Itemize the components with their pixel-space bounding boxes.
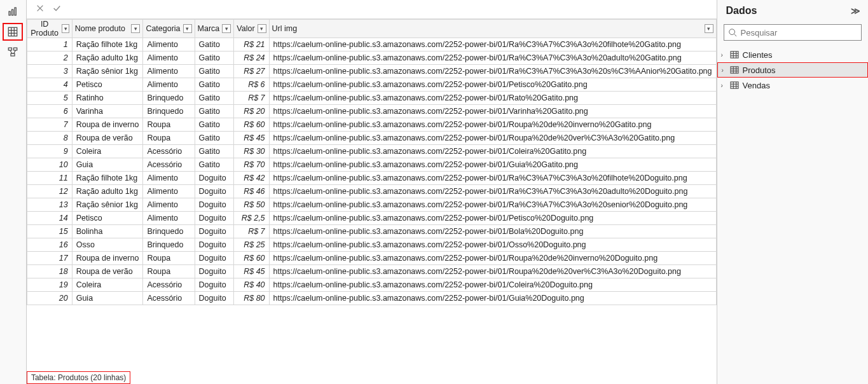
cell-id[interactable]: 9: [27, 145, 72, 158]
cell-valor[interactable]: R$ 27: [234, 65, 269, 78]
cell-id[interactable]: 3: [27, 65, 72, 78]
cell-url[interactable]: https://caelum-online-public.s3.amazonaw…: [269, 198, 716, 212]
cell-nome[interactable]: Osso: [72, 238, 143, 252]
cell-marca[interactable]: Doguito: [195, 238, 234, 252]
cell-marca[interactable]: Doguito: [195, 225, 234, 238]
cell-cat[interactable]: Alimento: [143, 51, 195, 65]
cell-url[interactable]: https://caelum-online-public.s3.amazonaw…: [269, 252, 716, 265]
table-row[interactable]: 8Roupa de verãoRoupaGatitoR$ 45https://c…: [27, 132, 716, 145]
cell-valor[interactable]: R$ 70: [234, 158, 269, 172]
cell-id[interactable]: 6: [27, 105, 72, 118]
cell-id[interactable]: 1: [27, 38, 72, 51]
cell-cat[interactable]: Brinquedo: [143, 92, 195, 105]
formula-cancel-button[interactable]: [36, 4, 45, 15]
cell-valor[interactable]: R$ 6: [234, 78, 269, 92]
cell-cat[interactable]: Brinquedo: [143, 238, 195, 252]
cell-url[interactable]: https://caelum-online-public.s3.amazonaw…: [269, 145, 716, 158]
data-view-button[interactable]: [3, 23, 23, 41]
table-row[interactable]: 13Ração sênior 1kgAlimentoDoguitoR$ 50ht…: [27, 198, 716, 212]
fields-search-input[interactable]: [741, 28, 857, 38]
cell-cat[interactable]: Alimento: [143, 185, 195, 198]
cell-cat[interactable]: Roupa: [143, 252, 195, 265]
cell-nome[interactable]: Ração sênior 1kg: [72, 65, 143, 78]
table-row[interactable]: 14PetiscoAlimentoDoguitoR$ 2,5https://ca…: [27, 212, 716, 225]
cell-cat[interactable]: Alimento: [143, 198, 195, 212]
cell-marca[interactable]: Gatito: [195, 38, 234, 51]
table-row[interactable]: 20GuiaAcessórioDoguitoR$ 80https://caelu…: [27, 292, 716, 305]
table-row[interactable]: 4PetiscoAlimentoGatitoR$ 6https://caelum…: [27, 78, 716, 92]
cell-id[interactable]: 14: [27, 212, 72, 225]
cell-nome[interactable]: Ratinho: [72, 92, 143, 105]
cell-marca[interactable]: Gatito: [195, 51, 234, 65]
column-filter-dropdown[interactable]: ▾: [258, 24, 266, 33]
cell-cat[interactable]: Alimento: [143, 172, 195, 185]
cell-marca[interactable]: Doguito: [195, 265, 234, 278]
column-filter-dropdown[interactable]: ▾: [131, 24, 140, 33]
cell-url[interactable]: https://caelum-online-public.s3.amazonaw…: [269, 292, 716, 305]
column-filter-dropdown[interactable]: ▾: [183, 24, 192, 33]
cell-url[interactable]: https://caelum-online-public.s3.amazonaw…: [269, 92, 716, 105]
cell-marca[interactable]: Gatito: [195, 118, 234, 132]
column-filter-dropdown[interactable]: ▾: [62, 24, 69, 33]
cell-cat[interactable]: Roupa: [143, 265, 195, 278]
cell-cat[interactable]: Roupa: [143, 132, 195, 145]
cell-valor[interactable]: R$ 7: [234, 225, 269, 238]
cell-url[interactable]: https://caelum-online-public.s3.amazonaw…: [269, 105, 716, 118]
cell-valor[interactable]: R$ 45: [234, 132, 269, 145]
column-header-id[interactable]: ID Produto▾: [27, 20, 72, 38]
cell-id[interactable]: 20: [27, 292, 72, 305]
table-row[interactable]: 3Ração sênior 1kgAlimentoGatitoR$ 27http…: [27, 65, 716, 78]
cell-nome[interactable]: Petisco: [72, 78, 143, 92]
cell-cat[interactable]: Acessório: [143, 158, 195, 172]
cell-valor[interactable]: R$ 2,5: [234, 212, 269, 225]
cell-nome[interactable]: Guia: [72, 158, 143, 172]
cell-url[interactable]: https://caelum-online-public.s3.amazonaw…: [269, 278, 716, 292]
cell-id[interactable]: 5: [27, 92, 72, 105]
cell-url[interactable]: https://caelum-online-public.s3.amazonaw…: [269, 132, 716, 145]
cell-marca[interactable]: Doguito: [195, 252, 234, 265]
cell-cat[interactable]: Acessório: [143, 278, 195, 292]
cell-cat[interactable]: Alimento: [143, 65, 195, 78]
table-row[interactable]: 15BolinhaBrinquedoDoguitoR$ 7https://cae…: [27, 225, 716, 238]
cell-nome[interactable]: Coleira: [72, 145, 143, 158]
cell-cat[interactable]: Roupa: [143, 118, 195, 132]
cell-url[interactable]: https://caelum-online-public.s3.amazonaw…: [269, 185, 716, 198]
table-row[interactable]: 18Roupa de verãoRoupaDoguitoR$ 45https:/…: [27, 265, 716, 278]
cell-marca[interactable]: Gatito: [195, 158, 234, 172]
cell-cat[interactable]: Brinquedo: [143, 105, 195, 118]
cell-cat[interactable]: Acessório: [143, 145, 195, 158]
cell-valor[interactable]: R$ 30: [234, 145, 269, 158]
cell-marca[interactable]: Gatito: [195, 145, 234, 158]
table-row[interactable]: 6VarinhaBrinquedoGatitoR$ 20https://cael…: [27, 105, 716, 118]
table-row[interactable]: 1Ração filhote 1kgAlimentoGatitoR$ 21htt…: [27, 38, 716, 51]
report-view-button[interactable]: [3, 3, 23, 20]
cell-id[interactable]: 11: [27, 172, 72, 185]
column-filter-dropdown[interactable]: ▾: [222, 24, 231, 33]
cell-nome[interactable]: Ração filhote 1kg: [72, 172, 143, 185]
cell-marca[interactable]: Doguito: [195, 278, 234, 292]
formula-commit-button[interactable]: [52, 4, 61, 15]
table-row[interactable]: 19ColeiraAcessórioDoguitoR$ 40https://ca…: [27, 278, 716, 292]
cell-nome[interactable]: Ração filhote 1kg: [72, 38, 143, 51]
cell-nome[interactable]: Bolinha: [72, 225, 143, 238]
cell-marca[interactable]: Doguito: [195, 172, 234, 185]
column-filter-dropdown[interactable]: ▾: [705, 24, 713, 33]
fields-table-vendas[interactable]: ›Vendas: [717, 78, 868, 93]
cell-marca[interactable]: Doguito: [195, 292, 234, 305]
table-row[interactable]: 12Ração adulto 1kgAlimentoDoguitoR$ 46ht…: [27, 185, 716, 198]
cell-cat[interactable]: Alimento: [143, 212, 195, 225]
cell-id[interactable]: 7: [27, 118, 72, 132]
cell-valor[interactable]: R$ 60: [234, 252, 269, 265]
column-header-valor[interactable]: Valor▾: [234, 20, 269, 38]
cell-nome[interactable]: Ração adulto 1kg: [72, 51, 143, 65]
cell-valor[interactable]: R$ 45: [234, 265, 269, 278]
cell-marca[interactable]: Gatito: [195, 65, 234, 78]
cell-marca[interactable]: Doguito: [195, 198, 234, 212]
cell-nome[interactable]: Ração adulto 1kg: [72, 185, 143, 198]
table-row[interactable]: 7Roupa de invernoRoupaGatitoR$ 60https:/…: [27, 118, 716, 132]
cell-valor[interactable]: R$ 21: [234, 38, 269, 51]
cell-url[interactable]: https://caelum-online-public.s3.amazonaw…: [269, 65, 716, 78]
table-row[interactable]: 10GuiaAcessórioGatitoR$ 70https://caelum…: [27, 158, 716, 172]
cell-cat[interactable]: Alimento: [143, 38, 195, 51]
cell-nome[interactable]: Ração sênior 1kg: [72, 198, 143, 212]
